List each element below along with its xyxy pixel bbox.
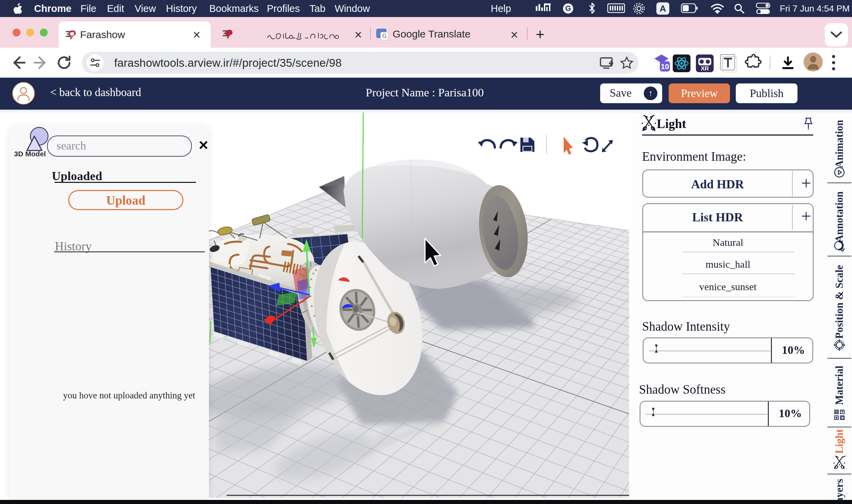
svg-text:G: G — [565, 4, 571, 13]
svg-text:XR: XR — [701, 65, 709, 72]
svg-text:10: 10 — [661, 62, 669, 71]
